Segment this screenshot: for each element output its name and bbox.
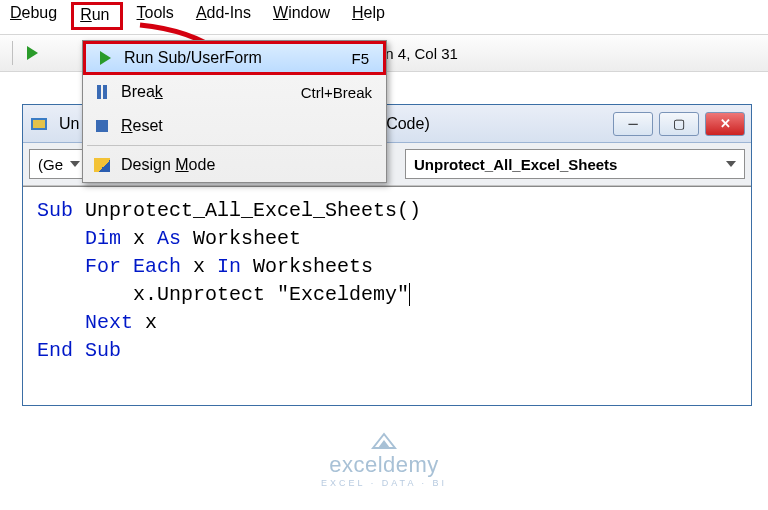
- menu-help[interactable]: Help: [352, 4, 385, 28]
- procedure-dropdown[interactable]: Unprotect_All_Excel_Sheets: [405, 149, 745, 179]
- maximize-button[interactable]: ▢: [659, 112, 699, 136]
- menu-item-design-mode[interactable]: Design Mode: [83, 148, 386, 182]
- module-icon: [29, 114, 49, 134]
- menu-item-break[interactable]: Break Ctrl+Break: [83, 75, 386, 109]
- code-editor[interactable]: Sub Unprotect_All_Excel_Sheets() Dim x A…: [23, 186, 751, 405]
- menu-item-reset[interactable]: Reset: [83, 109, 386, 143]
- object-dropdown[interactable]: (Ge: [29, 149, 89, 179]
- cursor-position: Ln 4, Col 31: [377, 45, 458, 62]
- menu-debug[interactable]: Debug: [10, 4, 57, 28]
- menu-item-label: Design Mode: [121, 156, 372, 174]
- menu-separator: [87, 145, 382, 146]
- shortcut-key: Ctrl+Break: [301, 84, 372, 101]
- stop-icon: [91, 120, 113, 132]
- close-button[interactable]: ✕: [705, 112, 745, 136]
- menu-tools[interactable]: Tools: [137, 4, 174, 28]
- shortcut-key: F5: [351, 50, 369, 67]
- menu-item-run-sub[interactable]: Run Sub/UserForm F5: [83, 41, 386, 75]
- menu-item-label: Run Sub/UserForm: [124, 49, 351, 67]
- watermark-icon: [371, 430, 397, 450]
- play-icon: [94, 51, 116, 65]
- menu-window[interactable]: Window: [273, 4, 330, 28]
- window-controls: ─ ▢ ✕: [613, 112, 745, 136]
- design-icon: [91, 158, 113, 172]
- watermark-tag: EXCEL · DATA · BI: [321, 478, 447, 488]
- svg-rect-1: [33, 120, 45, 128]
- watermark-name: exceldemy: [329, 452, 439, 478]
- menu-addins[interactable]: Add-Ins: [196, 4, 251, 28]
- menu-item-label: Reset: [121, 117, 372, 135]
- run-dropdown-menu: Run Sub/UserForm F5 Break Ctrl+Break Res…: [82, 40, 387, 183]
- menu-run[interactable]: Run: [71, 2, 122, 30]
- menubar: Debug Run Tools Add-Ins Window Help: [0, 0, 768, 34]
- minimize-button[interactable]: ─: [613, 112, 653, 136]
- play-icon[interactable]: [27, 46, 38, 60]
- menu-item-label: Break: [121, 83, 301, 101]
- separator: [12, 41, 13, 65]
- pause-icon: [91, 85, 113, 99]
- watermark: exceldemy EXCEL · DATA · BI: [0, 430, 768, 488]
